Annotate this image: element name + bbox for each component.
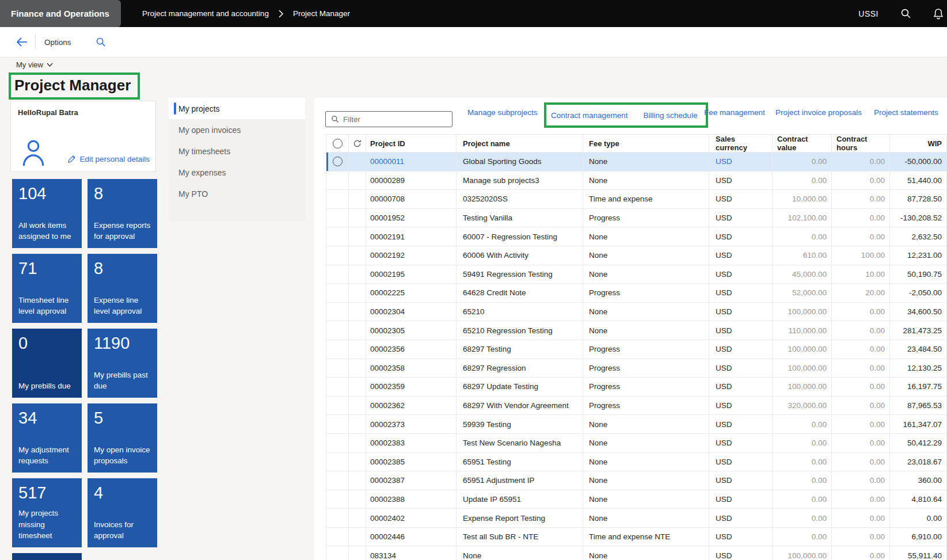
row-refresh-spacer[interactable] (349, 172, 366, 191)
cell-project-id[interactable]: 00002191 (366, 227, 457, 246)
nav-item-my-projects[interactable]: My projects (169, 98, 305, 119)
cell-project-name[interactable]: Manage sub projects3 (457, 172, 583, 191)
cell-fee-type[interactable]: None (583, 265, 709, 284)
row-select[interactable] (326, 209, 349, 228)
cell-contract-value[interactable]: 100,000.00 (773, 359, 832, 378)
column-header-sales-currency[interactable]: Sales currency (709, 134, 773, 153)
cell-wip[interactable]: 23,018.67 (890, 453, 947, 472)
cell-project-name[interactable]: 60006 With Activity (457, 246, 583, 265)
row-radio[interactable] (333, 157, 343, 166)
cell-fee-type[interactable]: Progress (583, 284, 709, 303)
cell-contract-value[interactable]: 0.00 (773, 227, 832, 246)
cell-project-id[interactable]: 00002362 (366, 397, 457, 416)
row-select[interactable] (326, 434, 349, 453)
cell-sales-currency[interactable]: USD (709, 246, 773, 265)
link-billing-schedule[interactable]: Billing schedule (644, 111, 698, 120)
row-select[interactable] (326, 246, 349, 265)
cell-contract-hours[interactable]: 0.00 (832, 209, 890, 228)
cell-project-id[interactable]: 00002359 (366, 378, 457, 397)
row-select[interactable] (326, 415, 349, 434)
workspace-tile[interactable]: 517My projects missing timesheet (12, 478, 82, 547)
cell-contract-hours[interactable]: 0.00 (832, 471, 890, 490)
cell-sales-currency[interactable]: USD (709, 153, 773, 172)
row-select[interactable] (326, 190, 349, 209)
cell-project-id[interactable]: 00002373 (366, 415, 457, 434)
cell-contract-hours[interactable]: 0.00 (832, 227, 890, 246)
row-select[interactable] (326, 303, 349, 322)
options-menu[interactable]: Options (44, 38, 71, 47)
cell-contract-hours[interactable]: 0.00 (832, 321, 890, 340)
row-refresh-spacer[interactable] (349, 378, 366, 397)
row-refresh-spacer[interactable] (349, 246, 366, 265)
workspace-tile[interactable]: 71Timesheet line level approval (12, 254, 82, 323)
row-refresh-spacer[interactable] (349, 209, 366, 228)
cell-wip[interactable]: 12,130.25 (890, 359, 947, 378)
column-header-fee-type[interactable]: Fee type (583, 134, 709, 153)
cell-project-name[interactable]: 64628 Credit Note (457, 284, 583, 303)
row-refresh-spacer[interactable] (349, 546, 366, 560)
workspace-tile[interactable]: 5My open invoice proposals (88, 403, 157, 473)
cell-contract-value[interactable]: 0.00 (773, 453, 832, 472)
row-select[interactable] (326, 153, 349, 172)
filter-input[interactable] (343, 115, 441, 124)
cell-fee-type[interactable]: None (583, 415, 709, 434)
cell-sales-currency[interactable]: USD (709, 284, 773, 303)
row-refresh-spacer[interactable] (349, 303, 366, 322)
row-select[interactable] (326, 509, 349, 528)
link-project-statements[interactable]: Project statements (874, 108, 938, 117)
cell-sales-currency[interactable]: USD (709, 265, 773, 284)
cell-project-id[interactable]: 00001952 (366, 209, 457, 228)
cell-contract-value[interactable]: 610.00 (773, 246, 832, 265)
row-select[interactable] (326, 453, 349, 472)
cell-contract-value[interactable]: 320,000.00 (773, 397, 832, 416)
cell-contract-hours[interactable]: 0.00 (832, 434, 890, 453)
cell-sales-currency[interactable]: USD (709, 378, 773, 397)
row-refresh-spacer[interactable] (349, 434, 366, 453)
cell-sales-currency[interactable]: USD (709, 528, 773, 547)
row-refresh-spacer[interactable] (349, 227, 366, 246)
row-select[interactable] (326, 227, 349, 246)
cell-project-name[interactable]: 68297 Update Testing (457, 378, 583, 397)
row-select[interactable] (326, 359, 349, 378)
cell-wip[interactable]: 16,197.75 (890, 378, 947, 397)
cell-contract-hours[interactable]: 0.00 (832, 528, 890, 547)
cell-project-name[interactable]: 68297 Testing (457, 340, 583, 359)
cell-fee-type[interactable]: Progress (583, 359, 709, 378)
cell-contract-hours[interactable]: 0.00 (832, 172, 890, 191)
column-header-project-id[interactable]: Project ID (366, 134, 457, 153)
cell-project-id[interactable]: 00002387 (366, 471, 457, 490)
cell-contract-hours[interactable]: 0.00 (832, 153, 890, 172)
workspace-tile[interactable]: 4Invoices for approval (88, 478, 157, 547)
cell-wip[interactable]: -130,208.52 (890, 209, 947, 228)
row-refresh-spacer[interactable] (349, 509, 366, 528)
app-brand[interactable]: Finance and Operations (0, 0, 121, 27)
cell-fee-type[interactable]: Time and expense NTE (583, 528, 709, 547)
breadcrumb-module[interactable]: Project management and accounting (142, 9, 269, 18)
cell-fee-type[interactable]: None (583, 434, 709, 453)
cell-wip[interactable]: 87,728.50 (890, 190, 947, 209)
cell-project-id[interactable]: 00002385 (366, 453, 457, 472)
cell-contract-hours[interactable]: 0.00 (832, 415, 890, 434)
cell-fee-type[interactable]: None (583, 153, 709, 172)
view-selector[interactable]: My view (16, 60, 53, 69)
nav-item-my-timesheets[interactable]: My timesheets (169, 140, 305, 162)
search-icon[interactable] (900, 8, 911, 19)
cell-wip[interactable]: 0.00 (890, 509, 947, 528)
cell-project-name[interactable]: Expense Report Testing (457, 509, 583, 528)
workspace-tile[interactable]: 8Expense line level approval (88, 254, 157, 323)
cell-wip[interactable]: 50,190.75 (890, 265, 947, 284)
workspace-tile[interactable]: 34My adjustment requests (12, 403, 82, 473)
cell-sales-currency[interactable]: USD (709, 546, 773, 560)
cell-project-id[interactable]: 00002356 (366, 340, 457, 359)
cell-fee-type[interactable]: None (583, 172, 709, 191)
cell-wip[interactable]: 51,440.00 (890, 172, 947, 191)
cell-sales-currency[interactable]: USD (709, 359, 773, 378)
cell-project-name[interactable]: 65951 Testing (457, 453, 583, 472)
cell-project-id[interactable]: 00000011 (366, 153, 457, 172)
cell-wip[interactable]: 23,484.50 (890, 340, 947, 359)
cell-project-id[interactable]: 00002383 (366, 434, 457, 453)
column-header-project-name[interactable]: Project name (457, 134, 583, 153)
cell-fee-type[interactable]: Progress (583, 378, 709, 397)
row-refresh-spacer[interactable] (349, 340, 366, 359)
row-refresh-spacer[interactable] (349, 284, 366, 303)
